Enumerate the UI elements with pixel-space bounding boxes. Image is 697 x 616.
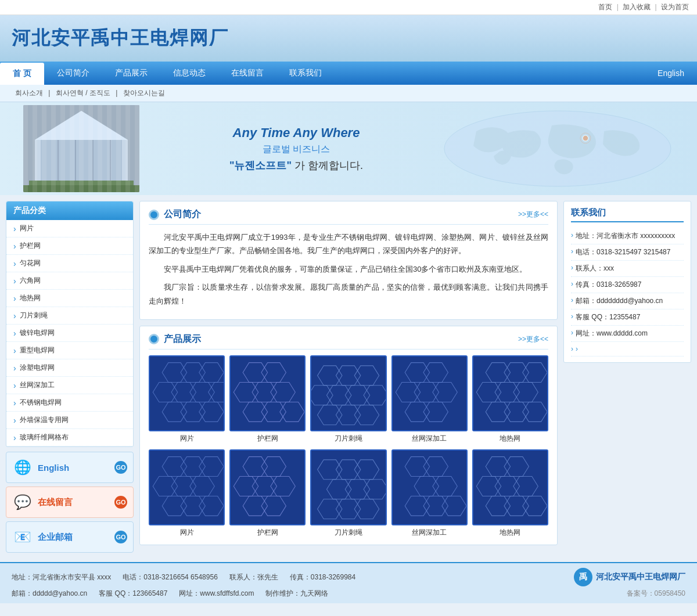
contact-website: 网址：www.ddddd.com xyxy=(571,326,684,342)
sidebar-item-junhuawang[interactable]: 匀花网 xyxy=(6,255,133,272)
product-siwang-1[interactable]: 丝网深加工 xyxy=(391,355,468,444)
product-img-daopian-1 xyxy=(310,355,386,431)
subnav-history[interactable]: 회사연혁 / 조직도 xyxy=(56,89,110,97)
nav-english[interactable]: English xyxy=(645,62,697,85)
contact-phone: 电话：0318-3215497 3215487 xyxy=(571,244,684,261)
product-img-hulanwang-1 xyxy=(229,355,306,431)
center-content: 公司简介 >>更多<< 河北安平禹中王电焊网厂成立于1993年，是专业生产不锈钢… xyxy=(139,201,558,556)
products-grid-row2: 网片 xyxy=(149,449,548,538)
guestbook-label: 在线留言 xyxy=(38,497,110,508)
subnav-location[interactable]: 찾아오시는길 xyxy=(123,89,165,97)
contact-website-label: 网址：www.ddddd.com xyxy=(576,329,648,338)
company-para2: 安平县禹中王电焊网厂凭着优良的服务，可靠的质量保证，产品已销往全国30多个省市口… xyxy=(149,262,548,276)
company-intro-section: 公司简介 >>更多<< 河北安平禹中王电焊网厂成立于1993年，是专业生产不锈钢… xyxy=(139,201,558,320)
mailbox-button[interactable]: 📧 企业邮箱 GO xyxy=(6,521,134,553)
svg-rect-52 xyxy=(473,356,547,430)
english-button[interactable]: 🌐 English GO xyxy=(6,452,134,483)
product-img-siwang-1 xyxy=(391,355,468,431)
product-img-wangpian-2 xyxy=(149,449,225,525)
contact-address: 地址：河北省衡水市 xxxxxxxxxx xyxy=(571,228,684,244)
banner-line2: 글로벌 비즈니스 xyxy=(151,143,441,156)
footer-contact: 联系人：张先生 xyxy=(229,572,278,582)
sethome-link[interactable]: 设为首页 xyxy=(661,3,689,11)
sidebar-item-tuse[interactable]: 涂塑电焊网 xyxy=(6,359,133,377)
sidebar-item-boli[interactable]: 玻璃纤维网格布 xyxy=(6,429,133,446)
product-label-siwang-2: 丝网深加工 xyxy=(391,528,468,538)
guestbook-go[interactable]: GO xyxy=(114,496,127,509)
company-more-link[interactable]: >>更多<< xyxy=(518,210,548,219)
contact-person-label: 联系人：xxx xyxy=(576,264,614,273)
product-img-direwang-1 xyxy=(472,355,548,431)
footer-row1: 地址：河北省衡水市安平县 xxxx 电话：0318-3216654 654895… xyxy=(12,568,685,586)
product-img-daopian-2 xyxy=(310,449,386,525)
main-content: 产品分类 网片 护栏网 匀花网 六角网 地热网 刀片刺绳 镀锌电焊网 重型电焊网… xyxy=(0,195,697,562)
product-daopian-2[interactable]: 刀片刺绳 xyxy=(310,449,386,538)
product-hulanwang-2[interactable]: 护栏网 xyxy=(229,449,306,538)
product-direwang-1[interactable]: 地热网 xyxy=(472,355,548,444)
footer-company: 河北安平禹中王电焊网厂 xyxy=(596,572,685,582)
company-intro-header: 公司简介 >>更多<< xyxy=(149,208,548,225)
product-wangpian-2[interactable]: 网片 xyxy=(149,449,225,538)
home-link[interactable]: 首页 xyxy=(598,3,612,11)
contact-person: 联系人：xxx xyxy=(571,261,684,277)
english-icon: 🌐 xyxy=(12,457,33,478)
banner: Any Time Any Where 글로벌 비즈니스 "뉴젠소프트" 가 함께… xyxy=(0,102,697,195)
mailbox-go[interactable]: GO xyxy=(114,531,127,543)
footer-website: 网址：www.sfdffsfd.com xyxy=(179,589,254,599)
sidebar-item-buxiu[interactable]: 不锈钢电焊网 xyxy=(6,394,133,412)
sidebar-item-waiqiang[interactable]: 外墙保温专用网 xyxy=(6,412,133,429)
products-more-link[interactable]: >>更多<< xyxy=(518,334,548,344)
guestbook-button[interactable]: 💬 在线留言 GO xyxy=(6,487,134,518)
svg-rect-72 xyxy=(231,451,304,524)
nav-news[interactable]: 信息动态 xyxy=(160,62,218,85)
svg-rect-62 xyxy=(150,451,224,524)
sidebar-item-wangpian[interactable]: 网片 xyxy=(6,220,133,237)
product-label-direwang-1: 地热网 xyxy=(472,434,548,444)
contact-email-label: 邮箱：dddddddd@yahoo.cn xyxy=(576,296,663,306)
company-intro-title: 公司简介 xyxy=(164,208,201,221)
sidebar-item-siwang[interactable]: 丝网深加工 xyxy=(6,377,133,394)
product-siwang-2[interactable]: 丝网深加工 xyxy=(391,449,468,538)
product-direwang-2[interactable]: 地热网 xyxy=(472,449,548,538)
contact-qq: 客服 QQ：12355487 xyxy=(571,309,684,326)
bookmark-link[interactable]: 加入收藏 xyxy=(623,3,651,11)
nav-home[interactable]: 首 页 xyxy=(0,63,44,85)
product-label-direwang-2: 地热网 xyxy=(472,528,548,538)
sidebar: 产品分类 网片 护栏网 匀花网 六角网 地热网 刀片刺绳 镀锌电焊网 重型电焊网… xyxy=(6,201,134,556)
sidebar-item-daopian[interactable]: 刀片刺绳 xyxy=(6,307,133,325)
top-bar: 首页 | 加入收藏 | 设为首页 xyxy=(0,0,697,15)
english-label: English xyxy=(38,463,110,473)
sidebar-item-direwang[interactable]: 地热网 xyxy=(6,290,133,307)
svg-point-11 xyxy=(583,135,588,141)
contact-more[interactable]: › xyxy=(571,342,684,356)
product-daopian-1[interactable]: 刀片刺绳 xyxy=(310,355,386,444)
svg-rect-44 xyxy=(393,356,466,430)
sidebar-item-duzink[interactable]: 镀锌电焊网 xyxy=(6,325,133,342)
banner-line3: "뉴젠소프트" 가 함께합니다. xyxy=(151,158,441,172)
company-title-row: 公司简介 xyxy=(149,208,201,221)
product-hulanwang-1[interactable]: 护栏网 xyxy=(229,355,306,444)
mailbox-label: 企业邮箱 xyxy=(38,532,110,543)
product-wangpian-1[interactable]: 网片 xyxy=(149,355,225,444)
sub-nav: 회사소개 | 회사연혁 / 조직도 | 찾아오시는길 xyxy=(0,85,697,102)
product-label-siwang-1: 丝网深加工 xyxy=(391,434,468,444)
nav-contact[interactable]: 联系我们 xyxy=(276,62,335,85)
sidebar-item-zhongxing[interactable]: 重型电焊网 xyxy=(6,342,133,359)
site-title: 河北安平禹中王电焊网厂 xyxy=(12,26,229,51)
contact-phone-label: 电话：0318-3215497 3215487 xyxy=(576,247,670,257)
nav-company[interactable]: 公司简介 xyxy=(44,62,102,85)
products-title: 产品展示 xyxy=(164,333,201,345)
footer-logo: 禹 河北安平禹中王电焊网厂 xyxy=(574,568,685,586)
nav: 首 页 公司简介 产品展示 信息动态 在线留言 联系我们 English xyxy=(0,62,697,85)
footer-email: 邮箱：ddddd@yahoo.cn xyxy=(12,589,87,599)
english-go[interactable]: GO xyxy=(114,461,127,474)
sidebar-item-hulanwang[interactable]: 护栏网 xyxy=(6,237,133,255)
sidebar-item-liujiaowang[interactable]: 六角网 xyxy=(6,272,133,290)
mailbox-icon: 📧 xyxy=(12,527,33,547)
nav-products[interactable]: 产品展示 xyxy=(102,62,160,85)
nav-guestbook[interactable]: 在线留言 xyxy=(218,62,276,85)
subnav-about[interactable]: 회사소개 xyxy=(15,89,43,97)
svg-rect-24 xyxy=(231,356,304,430)
company-para1: 河北安平禹中王电焊网厂成立于1993年，是专业生产不锈钢电焊网、镀锌电焊网、涂塑… xyxy=(149,230,548,258)
product-label-wangpian-1: 网片 xyxy=(149,434,225,444)
